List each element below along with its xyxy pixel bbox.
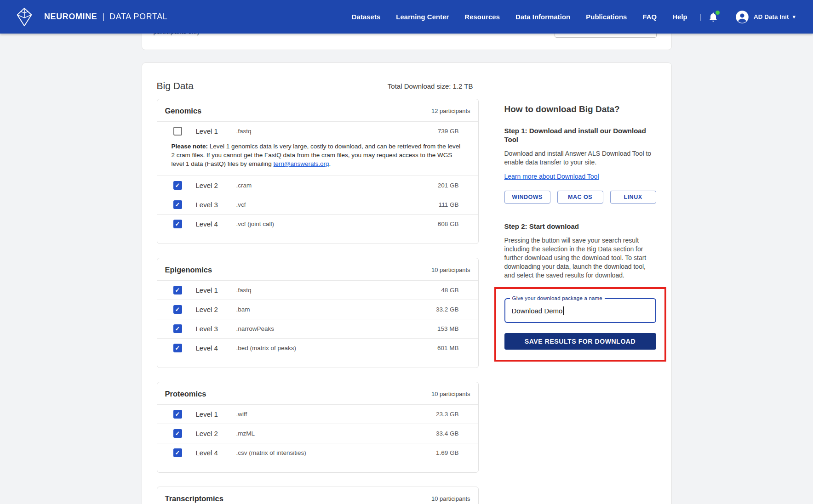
level-label: Level 1 (196, 410, 236, 418)
table-row: ✓ Level 2 .bam 33.2 GB (157, 300, 478, 319)
level-checkbox[interactable]: ✓ (173, 220, 182, 228)
file-size: 33.4 GB (436, 430, 459, 437)
check-icon: ✓ (175, 450, 180, 456)
file-type: .vcf (joint call) (236, 221, 438, 227)
check-icon: ✓ (175, 202, 180, 208)
user-avatar[interactable] (735, 10, 749, 24)
howto-title: How to download Big Data? (504, 104, 656, 114)
table-row: ✓ Level 1 .wiff 23.3 GB (157, 404, 478, 424)
file-type: .bed (matrix of peaks) (236, 345, 437, 351)
package-name-label: Give your download package a name (510, 295, 605, 301)
step1-body: Download and install Answer ALS Download… (504, 149, 656, 167)
macos-button[interactable]: MAC OS (557, 191, 603, 204)
level-label: Level 3 (196, 325, 236, 333)
page-title: Big Data (157, 80, 194, 91)
check-icon: ✓ (175, 182, 180, 188)
section-transcriptomics: Transcriptomics 10 participants (157, 487, 479, 504)
file-size: 1.69 GB (436, 449, 459, 456)
file-type: .vcf (236, 201, 439, 208)
linux-button[interactable]: LINUX (610, 191, 656, 204)
check-icon: ✓ (175, 345, 180, 351)
step2-title: Step 2: Start download (504, 222, 656, 231)
app-header: NEUROMINE | DATA PORTAL Datasets Learnin… (0, 0, 813, 34)
table-row: ✓ Level 1 .fastq 739 GB (157, 121, 478, 141)
table-row: ✓ Level 4 .bed (matrix of peaks) 601 MB (157, 338, 478, 357)
step1-title: Step 1: Download and install our Downloa… (504, 126, 656, 144)
level-checkbox[interactable]: ✓ (173, 305, 182, 314)
level-label: Level 2 (196, 306, 236, 313)
user-menu-label[interactable]: AD Data Init (754, 13, 789, 20)
caret-down-icon[interactable]: ▾ (792, 14, 796, 20)
notifications-bell-icon[interactable] (708, 11, 719, 23)
level-label: Level 4 (196, 220, 236, 228)
section-title: Epigenomics (165, 266, 212, 274)
table-row: ✓ Level 4 .csv (matrix of intensities) 1… (157, 443, 478, 462)
file-size: 601 MB (437, 345, 459, 351)
note-bold: Please note: (172, 143, 208, 150)
nav-learning-center[interactable]: Learning Center (396, 13, 449, 21)
check-icon: ✓ (175, 430, 180, 436)
windows-button[interactable]: WINDOWS (504, 191, 550, 204)
os-buttons-row: WINDOWS MAC OS LINUX (504, 191, 656, 204)
nav-datasets[interactable]: Datasets (352, 13, 381, 21)
nav-data-information[interactable]: Data Information (515, 13, 570, 21)
table-row: ✓ Level 4 .vcf (joint call) 608 GB (157, 214, 478, 233)
section-title: Transcriptomics (165, 494, 223, 503)
howto-panel: How to download Big Data? Step 1: Downlo… (504, 76, 656, 504)
table-row: ✓ Level 2 .mzML 33.4 GB (157, 424, 478, 443)
level-checkbox[interactable]: ✓ (173, 181, 182, 190)
brand-divider: | (102, 12, 104, 22)
level-label: Level 4 (196, 344, 236, 352)
genomics-note: Please note: Level 1 genomics data is ve… (157, 141, 478, 176)
participants-count: 10 participants (431, 266, 470, 273)
file-size: 153 MB (437, 325, 459, 332)
level-label: Level 1 (196, 286, 236, 294)
file-type: .cram (236, 182, 438, 189)
file-type: .csv (matrix of intensities) (236, 449, 436, 456)
level-label: Level 4 (196, 449, 236, 457)
highlight-annotation-box: Give your download package a name Downlo… (494, 287, 666, 362)
page-body: participants only Big Data Total Downloa… (0, 0, 813, 504)
file-size: 48 GB (441, 287, 458, 294)
file-type: .narrowPeaks (236, 325, 437, 332)
nav-help[interactable]: Help (672, 13, 687, 21)
notification-dot (716, 11, 720, 15)
nav-publications[interactable]: Publications (586, 13, 627, 21)
level-checkbox[interactable]: ✓ (173, 410, 182, 419)
note-period: . (329, 160, 331, 167)
file-size: 608 GB (438, 221, 459, 227)
level-checkbox[interactable]: ✓ (173, 429, 182, 438)
level-checkbox[interactable]: ✓ (173, 448, 182, 457)
level-checkbox[interactable]: ✓ (173, 324, 182, 333)
brand-name: NEUROMINE (44, 12, 97, 22)
nav-faq[interactable]: FAQ (642, 13, 657, 21)
check-icon: ✓ (175, 287, 180, 293)
download-tool-link[interactable]: Learn more about Download Tool (504, 173, 599, 180)
file-type: .wiff (236, 411, 436, 418)
nav-resources[interactable]: Resources (464, 13, 500, 21)
total-download-size: Total Download size: 1.2 TB (388, 82, 473, 90)
level-checkbox[interactable]: ✓ (173, 127, 182, 136)
level-label: Level 2 (196, 181, 236, 189)
text-cursor (563, 306, 564, 315)
file-size: 739 GB (438, 128, 459, 135)
table-row: ✓ Level 2 .cram 201 GB (157, 176, 478, 195)
email-link[interactable]: terri@answerals.org (274, 160, 329, 167)
level-checkbox[interactable]: ✓ (173, 286, 182, 294)
level-checkbox[interactable]: ✓ (173, 200, 182, 209)
participants-count: 10 participants (431, 495, 470, 502)
package-name-value: Download Demo (512, 307, 563, 315)
level-label: Level 1 (196, 127, 236, 135)
main-nav: Datasets Learning Center Resources Data … (352, 13, 687, 21)
check-icon: ✓ (175, 411, 180, 417)
participants-count: 12 participants (431, 108, 470, 114)
file-size: 201 GB (438, 182, 459, 189)
level-checkbox[interactable]: ✓ (173, 344, 182, 352)
save-results-button[interactable]: SAVE RESULTS FOR DOWNLOAD (504, 333, 656, 350)
section-title: Proteomics (165, 390, 206, 398)
package-name-input[interactable]: Give your download package a name Downlo… (504, 298, 656, 323)
participants-count: 10 participants (431, 391, 470, 397)
step2-body: Pressing the button will save your searc… (504, 236, 656, 280)
big-data-card: Big Data Total Download size: 1.2 TB Gen… (142, 62, 672, 504)
file-type: .fastq (236, 128, 438, 135)
